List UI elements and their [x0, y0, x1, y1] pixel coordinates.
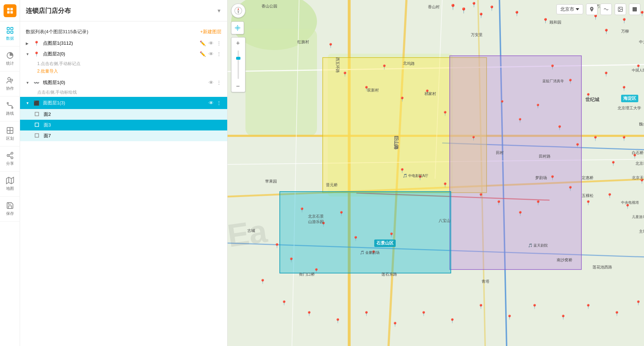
point2-hint2[interactable]: 2.批量导入	[20, 68, 227, 77]
nav-label-route: 路线	[6, 111, 14, 116]
map-pin: 📍	[471, 2, 477, 8]
layer-icons-point1: ✏️ 👁 ⋮	[200, 40, 221, 46]
nav-label-district: 区划	[6, 136, 14, 141]
map-pin: 📍	[535, 104, 541, 109]
svg-point-13	[11, 107, 13, 109]
svg-rect-7	[7, 31, 9, 33]
map-pin: 📍	[338, 211, 344, 216]
svg-rect-6	[10, 28, 13, 30]
layer-face3[interactable]: 面3	[20, 120, 227, 130]
layer-name-line1: 线图层1(0)	[43, 79, 206, 86]
svg-point-11	[10, 79, 13, 81]
svg-point-50	[236, 26, 240, 30]
map-pin: 📍	[421, 311, 426, 316]
layer-visibility-icon3[interactable]: 👁	[209, 80, 214, 85]
map-image-button[interactable]	[615, 4, 626, 15]
map-line-button[interactable]	[600, 4, 612, 15]
layer-more-icon2[interactable]: ⋮	[216, 51, 221, 57]
point2-hint1: 1.点击右侧,手动标记点	[20, 59, 227, 68]
city-selector[interactable]: 北京市	[556, 4, 583, 14]
panel-header: 连锁店门店分布 ▼	[20, 0, 227, 21]
layer-name-face3: 面3	[44, 122, 221, 128]
map-container: 📍 📍 📍 📍 📍 📍 📍 📍 📍 📍 📍 📍 📍 📍 📍 📍 📍 📍 📍 📍 …	[228, 0, 644, 346]
map-pin: 📍	[281, 300, 287, 306]
chevron-down-icon	[576, 8, 579, 11]
layer-expand-line-icon[interactable]: ▼	[26, 81, 31, 85]
map-pin: 📍	[399, 97, 405, 102]
map-pin: 📍	[449, 318, 455, 323]
map-location-button[interactable]	[586, 4, 597, 15]
layer-name-point1: 点图层1(3112)	[43, 40, 197, 46]
map-square-button[interactable]	[629, 4, 640, 15]
map-pin: 📍	[625, 204, 630, 209]
layer-edit-icon[interactable]: ✏️	[200, 40, 206, 46]
zoom-controls: + −	[231, 37, 245, 92]
map-pin: 📍	[610, 161, 616, 166]
layer-more-icon[interactable]: ⋮	[216, 40, 221, 46]
panel-arrow-icon[interactable]: ▼	[216, 8, 221, 14]
map-pin: 📍	[328, 43, 333, 48]
map-pin: 📍	[471, 136, 476, 141]
compass-button[interactable]	[231, 4, 245, 18]
map-pin: 📍	[532, 304, 537, 309]
map-controls-right: 北京市	[556, 4, 640, 15]
svg-marker-25	[35, 112, 39, 116]
sidebar-item-map[interactable]: 地图	[0, 172, 20, 197]
map-pin: 📍	[632, 154, 638, 159]
layer-more-icon3[interactable]: ⋮	[216, 80, 221, 85]
layer-face2[interactable]: 面2	[20, 109, 227, 120]
sidebar-item-stats[interactable]: 统计	[0, 46, 20, 71]
new-layer-button[interactable]: +新建图层	[200, 29, 221, 35]
map-pin: 📍	[550, 175, 555, 181]
sidebar-item-save[interactable]: 保存	[0, 197, 20, 222]
layer-collapse-icon[interactable]: ▶	[26, 41, 31, 45]
svg-marker-22	[6, 177, 13, 184]
svg-rect-4	[10, 11, 13, 14]
panel-content: 数据列表(4个图层3115条记录) +新建图层 ▶ 📍 点图层1(3112) ✏…	[20, 21, 227, 346]
nav-label-data: 数据	[6, 36, 14, 41]
svg-point-17	[11, 152, 13, 154]
map-pin: 📍	[592, 136, 598, 141]
panel-title: 连锁店门店分布	[26, 6, 213, 15]
map-pin: 📍	[585, 93, 591, 98]
layer-point2[interactable]: ▼ 📍 点图层2(0) ✏️ 👁 ⋮	[20, 49, 227, 59]
layer-expand-polygon-icon[interactable]: ▼	[26, 101, 31, 105]
map-pin: 📍	[542, 18, 548, 24]
layer-visibility-icon2[interactable]: 👁	[209, 51, 214, 57]
layer-point1[interactable]: ▶ 📍 点图层1(3112) ✏️ 👁 ⋮	[20, 38, 227, 49]
map-pin: 📍	[489, 5, 495, 11]
nav-label-collab: 协作	[6, 86, 14, 91]
layer-visibility-icon[interactable]: 👁	[209, 40, 214, 46]
zoom-out-button[interactable]: −	[231, 80, 244, 92]
layer-line1[interactable]: ▼ 〰️ 线图层1(0) 👁 ⋮	[20, 77, 227, 88]
layer-visibility-icon4[interactable]: 👁	[209, 100, 214, 106]
sidebar-item-share[interactable]: 分享	[0, 147, 20, 172]
layer-polygon1[interactable]: ▼ ⬛ 面图层1(3) 👁 ⋮	[20, 97, 227, 109]
sidebar-item-route[interactable]: 路线	[0, 97, 20, 122]
region-cyan	[279, 191, 451, 273]
map-pin: 📍	[424, 89, 430, 95]
map-pin: 📍	[592, 14, 599, 20]
nav-label-map: 地图	[6, 186, 14, 191]
zoom-in-button[interactable]: +	[231, 38, 244, 49]
sidebar-item-data[interactable]: 数据	[0, 21, 20, 46]
layer-face7[interactable]: 面7	[20, 130, 227, 141]
layer-name-face2: 面2	[44, 111, 221, 118]
layer-edit-icon2[interactable]: ✏️	[200, 51, 206, 57]
map-pin: 📍	[499, 100, 505, 105]
map-pin: 📍	[614, 311, 620, 316]
locate-button[interactable]	[231, 21, 244, 34]
layer-expand-icon[interactable]: ▼	[26, 52, 31, 56]
map-pin-gray: 📍	[535, 200, 541, 206]
layer-icons-point2: ✏️ 👁 ⋮	[200, 51, 221, 57]
map-pin: 📍	[364, 86, 369, 91]
map-pin: 📍	[335, 318, 341, 323]
sidebar-item-district[interactable]: 区划	[0, 122, 20, 147]
svg-point-49	[237, 27, 239, 29]
map-pin-gray: 📍	[399, 168, 405, 173]
map-pin: 📍	[288, 257, 294, 263]
map-pin: 📍	[306, 311, 312, 316]
sidebar-item-collab[interactable]: 协作	[0, 71, 20, 97]
layer-more-icon4[interactable]: ⋮	[216, 100, 221, 106]
map-pin: 📍	[607, 193, 613, 198]
